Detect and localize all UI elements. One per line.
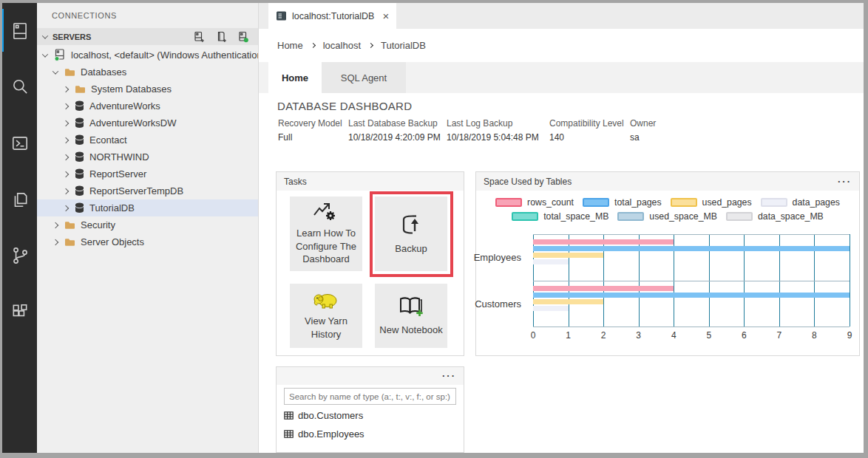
- chart-ticks: 0123456789: [533, 330, 850, 342]
- tree-item-econtact[interactable]: Econtact: [37, 131, 258, 148]
- tree-item-adventureworks[interactable]: AdventureWorks: [37, 98, 258, 115]
- extensions-icon: [10, 302, 30, 321]
- bar-data_pages: [533, 259, 569, 264]
- tree-item-databases[interactable]: Databases: [37, 64, 258, 81]
- tree-item-server-objects[interactable]: Server Objects: [37, 233, 258, 250]
- legend-item-total_pages: total_pages: [583, 197, 662, 208]
- prop-recovery-model: Recovery Model Full: [278, 118, 342, 143]
- tree-item-security[interactable]: Security: [37, 216, 258, 233]
- object-item-dbo-customers[interactable]: dbo.Customers: [277, 407, 464, 423]
- copy-pages-icon: [10, 190, 30, 209]
- object-item-dbo-employees[interactable]: dbo.Employees: [277, 425, 464, 442]
- folder-icon: [64, 238, 75, 247]
- legend-swatch: [583, 198, 609, 207]
- tab-close-icon[interactable]: ×: [382, 10, 389, 22]
- task-button-label: Learn How To Configure The Dashboard: [294, 227, 358, 266]
- x-tick-label: 4: [671, 330, 677, 341]
- tab-title: localhost:TutorialDB: [292, 11, 374, 21]
- table-icon: [284, 430, 294, 438]
- more-options-icon[interactable]: ···: [838, 179, 852, 185]
- database-icon: [75, 202, 84, 213]
- chevron-right-icon: [63, 154, 69, 160]
- database-icon: [75, 168, 84, 180]
- source-control-activity-button[interactable]: [2, 228, 37, 284]
- x-tick-label: 5: [706, 330, 711, 341]
- legend-item-total_space_MB: total_space_MB: [512, 211, 608, 222]
- active-connections-icon[interactable]: [237, 31, 249, 43]
- chart-categories: EmployeesCustomers: [476, 234, 528, 327]
- chevron-down-icon: [52, 68, 58, 74]
- more-options-icon[interactable]: ···: [442, 373, 456, 379]
- app-window: CONNECTIONS SERVERS: [0, 0, 868, 458]
- breadcrumb-home[interactable]: Home: [277, 40, 303, 51]
- legend-label: total_space_MB: [543, 211, 608, 222]
- prop-value: 140: [549, 132, 624, 143]
- legend-swatch: [495, 198, 522, 207]
- x-tick-label: 9: [847, 330, 852, 341]
- tree-item-adventureworksdw[interactable]: AdventureWorksDW: [37, 115, 258, 131]
- chevron-right-icon: [63, 188, 69, 194]
- backup-button[interactable]: Backup: [375, 196, 447, 271]
- new-notebook-button[interactable]: New Notebook: [375, 284, 447, 348]
- object-search-input[interactable]: [284, 388, 456, 405]
- chart-plot: [533, 234, 850, 327]
- chevron-right-icon: [311, 43, 316, 48]
- bar-total_pages: [533, 246, 850, 251]
- breadcrumb-localhost[interactable]: localhost: [323, 40, 361, 51]
- database-icon: [75, 100, 84, 112]
- tree-item-localhost[interactable]: localhost, <default> (Windows Authentica…: [37, 47, 258, 64]
- legend-row-1: rows_counttotal_pagesused_pagesdata_page…: [476, 197, 859, 208]
- terminal-activity-button[interactable]: [2, 115, 37, 171]
- learn-how-to-configure-button[interactable]: Learn How To Configure The Dashboard: [290, 196, 362, 271]
- search-activity-button[interactable]: [2, 59, 37, 115]
- bar-used_pages: [533, 299, 603, 304]
- tab-home[interactable]: Home: [268, 62, 322, 93]
- tree-item-label: Security: [81, 219, 115, 230]
- dashboard-tab-icon: [276, 10, 287, 21]
- servers-section-header[interactable]: SERVERS: [37, 28, 258, 45]
- view-yarn-history-button[interactable]: View Yarn History: [290, 284, 362, 348]
- backup-icon: [399, 213, 424, 236]
- bar-rows_count: [533, 286, 674, 291]
- x-tick-label: 2: [601, 330, 606, 341]
- chevron-right-icon: [63, 86, 69, 92]
- tasks-panel: Tasks Learn How To Configure The Dashboa…: [276, 171, 464, 356]
- servers-section-label: SERVERS: [52, 33, 91, 41]
- task-button-label: View Yarn History: [294, 315, 358, 341]
- prop-last-database-backup: Last Database Backup 10/18/2019 4:20:09 …: [348, 118, 441, 143]
- new-server-group-icon[interactable]: [215, 31, 227, 43]
- tree-item-label: AdventureWorksDW: [89, 117, 177, 129]
- connections-activity-button[interactable]: [2, 3, 37, 59]
- breadcrumb-tutorialdb[interactable]: TutorialDB: [381, 40, 426, 51]
- prop-label: Recovery Model: [278, 118, 342, 129]
- x-tick-label: 3: [636, 330, 641, 341]
- tree-item-reportserver[interactable]: ReportServer: [37, 165, 258, 182]
- servers-tree: localhost, <default> (Windows Authentica…: [37, 45, 258, 250]
- extensions-activity-button[interactable]: [2, 284, 37, 340]
- tree-item-system-databases[interactable]: System Databases: [37, 81, 258, 98]
- chevron-down-icon: [42, 51, 48, 57]
- x-tick-label: 7: [777, 330, 782, 341]
- tree-item-label: Econtact: [89, 134, 127, 146]
- legend-label: rows_count: [527, 197, 574, 208]
- tree-item-northwind[interactable]: NORTHWIND: [37, 148, 258, 165]
- legend-item-data_space_MB: data_space_MB: [726, 211, 824, 222]
- legend-item-rows_count: rows_count: [495, 197, 574, 208]
- tree-item-reportservertempdb[interactable]: ReportServerTempDB: [37, 182, 258, 199]
- x-tick-label: 6: [742, 330, 747, 341]
- tab-sql-agent[interactable]: SQL Agent: [322, 62, 406, 93]
- notebooks-activity-button[interactable]: [2, 171, 37, 228]
- server-icon: [54, 49, 66, 61]
- tree-item-tutorialdb[interactable]: TutorialDB: [37, 199, 258, 216]
- chart-band-employees: [533, 234, 850, 281]
- notebook-plus-icon: [398, 295, 424, 318]
- prop-value: 10/18/2019 5:04:48 PM: [447, 132, 539, 143]
- tab-localhost-tutorialdb[interactable]: localhost:TutorialDB ×: [268, 3, 396, 29]
- x-tick-label: 8: [812, 330, 817, 341]
- chart-band-customers: [533, 281, 850, 327]
- object-search-panel-header: ···: [277, 367, 464, 385]
- chevron-right-icon: [52, 239, 58, 245]
- table-icon: [284, 411, 294, 420]
- database-icon: [75, 185, 84, 196]
- new-connection-icon[interactable]: [193, 31, 205, 43]
